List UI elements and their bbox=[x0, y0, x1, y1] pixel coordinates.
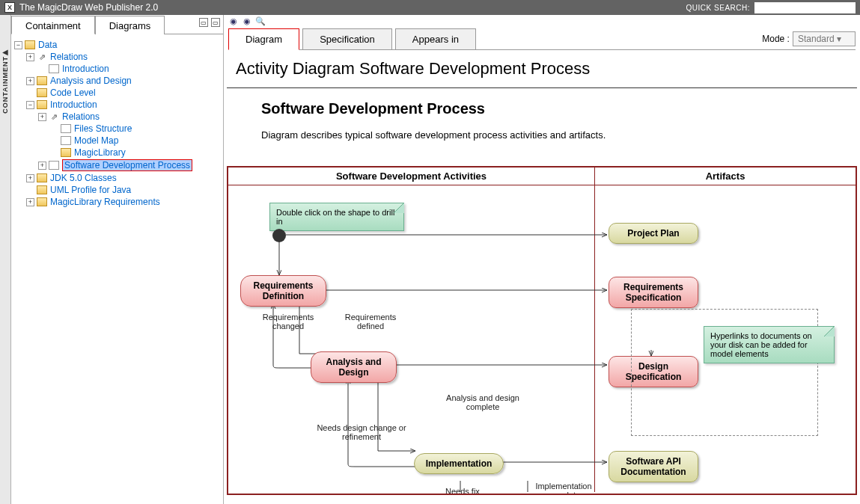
tree-root[interactable]: −Data bbox=[14, 39, 220, 51]
toggle-icon[interactable]: + bbox=[26, 198, 34, 206]
toggle-icon[interactable]: + bbox=[26, 174, 34, 182]
tree-jdk[interactable]: +JDK 5.0 Classes bbox=[14, 172, 220, 184]
tab-specification[interactable]: Specification bbox=[302, 28, 392, 49]
folder-icon bbox=[37, 185, 47, 194]
tree-code-level[interactable]: Code Level bbox=[14, 87, 220, 99]
tree: −Data +⇗Relations Introduction +Analysis… bbox=[11, 34, 223, 504]
folder-icon bbox=[61, 148, 71, 157]
folder-icon bbox=[37, 76, 47, 85]
artifact-req-spec[interactable]: Requirements Specification bbox=[609, 277, 698, 308]
folder-icon bbox=[37, 100, 47, 109]
tree-files[interactable]: Files Structure bbox=[14, 123, 220, 135]
tree-intro-folder[interactable]: −Introduction bbox=[14, 99, 220, 111]
toggle-icon[interactable]: + bbox=[26, 77, 34, 85]
sidebar-tabs: Containment Diagrams ▭ ▭ bbox=[11, 15, 223, 34]
expand-icon[interactable]: ▭ bbox=[199, 18, 208, 27]
artifact-api-doc[interactable]: Software API Documentation bbox=[609, 451, 698, 482]
node-requirements-definition[interactable]: Requirements Definition bbox=[240, 275, 326, 307]
diagram-frame: Software Development Activities Artifact… bbox=[227, 166, 857, 495]
node-analysis-design[interactable]: Analysis and Design bbox=[311, 351, 397, 383]
doc-icon bbox=[61, 136, 71, 145]
toggle-icon[interactable]: − bbox=[26, 101, 34, 109]
label-needs-design: Needs design change or refinement bbox=[317, 423, 406, 441]
app-title: The MagicDraw Web Publisher 2.0 bbox=[19, 2, 158, 13]
diagram-description: Diagram describes typical software devel… bbox=[261, 129, 823, 141]
zoom-icon[interactable]: 🔍 bbox=[255, 16, 266, 27]
titlebar: X The MagicDraw Web Publisher 2.0 QUICK … bbox=[0, 0, 860, 15]
folder-icon bbox=[37, 197, 47, 206]
tree-sdp[interactable]: +Software Development Process bbox=[14, 159, 220, 172]
doc-icon bbox=[61, 124, 71, 133]
note-drill: Double click on the shape to drill in bbox=[269, 203, 404, 231]
initial-node[interactable] bbox=[272, 229, 286, 242]
tree-relations2[interactable]: +⇗Relations bbox=[14, 111, 220, 123]
swimlane-left-header: Software Development Activities bbox=[228, 168, 595, 185]
sidebar: Containment Diagrams ▭ ▭ −Data +⇗Relatio… bbox=[11, 15, 224, 504]
tree-analysis[interactable]: +Analysis and Design bbox=[14, 75, 220, 87]
swimlane-right-header: Artifacts bbox=[595, 168, 856, 185]
folder-icon bbox=[37, 88, 47, 97]
tree-uml-profile[interactable]: UML Profile for Java bbox=[14, 184, 220, 196]
toggle-icon[interactable]: + bbox=[26, 53, 34, 61]
tree-magic-lib[interactable]: MagicLibrary bbox=[14, 147, 220, 159]
swimlane-left: Double click on the shape to drill in Re… bbox=[228, 185, 595, 492]
tab-diagrams[interactable]: Diagrams bbox=[95, 16, 165, 34]
label-req-defined: Requirements defined bbox=[337, 313, 404, 331]
note-hyperlinks: Hyperlinks to documents on your disk can… bbox=[704, 326, 835, 363]
toggle-icon[interactable]: + bbox=[38, 113, 46, 121]
forward-icon[interactable]: ◉ bbox=[242, 16, 252, 27]
collapse-arrow-icon[interactable]: ◀ bbox=[2, 48, 8, 56]
folder-icon bbox=[37, 173, 47, 182]
tree-relations[interactable]: +⇗Relations bbox=[14, 51, 220, 63]
doc-icon bbox=[49, 64, 59, 73]
vertical-bar: ◀ CONTAINMENT bbox=[0, 15, 11, 504]
note-corner-icon bbox=[824, 326, 835, 336]
swimlane-right: Project Plan Requirements Specification … bbox=[595, 185, 856, 492]
mode-select[interactable]: Standard ▾ bbox=[793, 31, 856, 46]
folder-icon bbox=[25, 40, 35, 49]
collapse-icon[interactable]: ▭ bbox=[211, 18, 220, 27]
mode-label: Mode : bbox=[762, 34, 790, 44]
relations-icon: ⇗ bbox=[37, 52, 47, 62]
toggle-icon[interactable]: − bbox=[14, 41, 22, 49]
node-implementation[interactable]: Implementation bbox=[414, 453, 504, 474]
toggle-icon[interactable]: + bbox=[38, 162, 46, 170]
label-needs-fix: Needs fix bbox=[445, 487, 480, 495]
label-req-changed: Requirements changed bbox=[254, 313, 322, 331]
label-impl-complete: Implementation complete bbox=[526, 482, 601, 495]
quick-search-label: QUICK SEARCH: bbox=[686, 4, 750, 12]
tab-appears-in[interactable]: Appears in bbox=[395, 28, 476, 49]
toolbar: ◉ ◉ 🔍 bbox=[224, 15, 860, 28]
vertical-bar-label: CONTAINMENT bbox=[1, 56, 9, 114]
label-analysis-complete: Analysis and design complete bbox=[445, 393, 520, 411]
app-icon: X bbox=[4, 2, 15, 13]
tree-model-map[interactable]: Model Map bbox=[14, 135, 220, 147]
tab-diagram[interactable]: Diagram bbox=[228, 28, 299, 50]
content: ◉ ◉ 🔍 Diagram Specification Appears in M… bbox=[224, 15, 860, 504]
diagram-title: Software Development Process bbox=[261, 100, 823, 117]
quick-search-input[interactable] bbox=[754, 2, 856, 13]
activity-icon bbox=[49, 161, 59, 170]
artifact-project-plan[interactable]: Project Plan bbox=[609, 223, 698, 244]
tab-containment[interactable]: Containment bbox=[11, 16, 95, 34]
mode-box: Mode : Standard ▾ bbox=[762, 31, 856, 46]
relations-icon: ⇗ bbox=[49, 112, 59, 122]
tree-ml-req[interactable]: +MagicLibrary Requirements bbox=[14, 196, 220, 208]
tree-intro-doc[interactable]: Introduction bbox=[14, 63, 220, 75]
content-tabs: Diagram Specification Appears in Mode : … bbox=[228, 28, 856, 50]
note-corner-icon bbox=[394, 203, 404, 213]
page-title: Activity Diagram Software Development Pr… bbox=[227, 50, 857, 88]
back-icon[interactable]: ◉ bbox=[228, 16, 239, 27]
